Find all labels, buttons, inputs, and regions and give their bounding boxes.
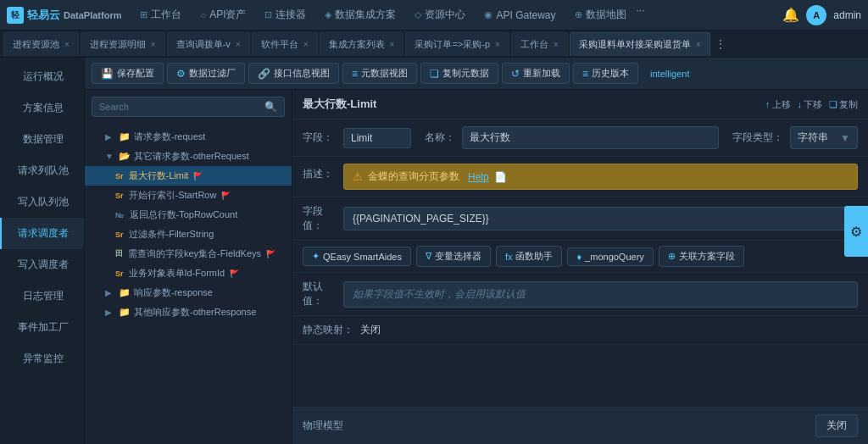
physical-close-button[interactable]: 关闭 xyxy=(815,414,858,437)
tab-close[interactable]: × xyxy=(151,40,156,49)
related-label: 关联方案字段 xyxy=(679,250,735,263)
field-value-input[interactable]: {{PAGINATION_PAGE_SIZE}} xyxy=(343,207,858,230)
tree-toggle: ▶ xyxy=(105,132,115,142)
copy-label: 复制元数据 xyxy=(442,67,489,80)
tree-label: 请求参数-request xyxy=(134,130,205,143)
copy-metadata-button[interactable]: ❏ 复制元数据 xyxy=(420,63,498,84)
folder-icon: 📁 xyxy=(119,131,131,142)
user-avatar[interactable]: A xyxy=(806,5,826,25)
nav-label-gateway: API Gateway xyxy=(496,9,555,21)
tree-toggle: ▶ xyxy=(105,308,115,317)
nav-items: ⊞ 工作台 ○ API资产 ⊡ 连接器 ◈ 数据集成方案 ◇ 资源中心 ◉ AP… xyxy=(131,4,779,25)
tab-close[interactable]: × xyxy=(696,40,701,49)
search-box[interactable]: 🔍 xyxy=(92,97,285,117)
move-up-label: 上移 xyxy=(772,98,791,111)
filter-icon: ⚙ xyxy=(176,68,186,80)
tab-label: 工作台 xyxy=(520,38,548,51)
field-value[interactable]: Limit xyxy=(343,128,411,148)
sidebar-item-event[interactable]: 事件加工厂 xyxy=(0,312,84,343)
tree-item-startrow[interactable]: Sr 开始行索引-StartRow 🚩 xyxy=(85,186,292,205)
nav-item-datamap[interactable]: ⊕ 数据地图 xyxy=(566,4,635,25)
sidebar-item-write-scheduler[interactable]: 写入调度者 xyxy=(0,249,84,280)
nav-item-workbench[interactable]: ⊞ 工作台 xyxy=(131,4,190,25)
logo-icon: 轻 xyxy=(7,7,24,24)
tree-content: ▶ 📁 请求参数-request ▼ 📂 其它请求参数-otherRequest xyxy=(85,124,292,444)
move-down-button[interactable]: ↓ 下移 xyxy=(798,98,823,111)
sidebar-item-write-queue[interactable]: 写入队列池 xyxy=(0,186,84,218)
detail-actions: ↑ 上移 ↓ 下移 ❏ 复制 xyxy=(765,98,858,111)
function-helper-button[interactable]: fx 函数助手 xyxy=(496,246,563,267)
tab-workbench[interactable]: 工作台 × xyxy=(511,32,568,56)
tree-item-other-request[interactable]: ▼ 📂 其它请求参数-otherRequest xyxy=(85,147,292,166)
tab-close[interactable]: × xyxy=(390,40,395,49)
move-up-button[interactable]: ↑ 上移 xyxy=(765,98,791,111)
dropdown-icon: ▼ xyxy=(840,132,850,144)
tab-main-active[interactable]: 采购退料单对接采购退货单 × xyxy=(570,32,710,56)
name-value[interactable]: 最大行数 xyxy=(462,126,719,149)
related-fields-button[interactable]: ⊕ 关联方案字段 xyxy=(659,246,744,267)
qeasy-smartaides-button[interactable]: ✦ QEasy SmartAides xyxy=(303,247,411,266)
sidebar-item-request-scheduler[interactable]: 请求调度者 xyxy=(0,218,84,249)
variable-label: 变量选择器 xyxy=(435,250,481,263)
tab-jincheng[interactable]: 进程资源池 × xyxy=(3,32,79,56)
nav-more[interactable]: ··· xyxy=(637,4,645,25)
notification-bell[interactable]: 🔔 xyxy=(782,7,799,23)
reload-button[interactable]: ↺ 重新加载 xyxy=(502,63,570,84)
nav-item-resources[interactable]: ◇ 资源中心 xyxy=(406,4,474,25)
settings-gear-button[interactable]: ⚙ xyxy=(844,206,868,257)
tree-item-limit[interactable]: Sr 最大行数-Limit 🚩 xyxy=(85,166,292,186)
tree-item-fieldkeys[interactable]: 田 需查询的字段key集合-FieldKeys 🚩 xyxy=(85,244,292,264)
mongo-icon: ♦ xyxy=(576,252,581,262)
integration-icon: ◈ xyxy=(325,9,331,20)
tab-jincheng-mingxi[interactable]: 进程资源明细 × xyxy=(81,32,165,56)
tree-item-other-response[interactable]: ▶ 📁 其他响应参数-otherResponse xyxy=(85,302,292,322)
sidebar-item-request-queue[interactable]: 请求列队池 xyxy=(0,155,84,186)
tab-integration-list[interactable]: 集成方案列表 × xyxy=(320,32,404,56)
sidebar-item-plan-info[interactable]: 方案信息 xyxy=(0,92,84,124)
copy-button[interactable]: ❏ 复制 xyxy=(829,98,858,111)
tree-item-response[interactable]: ▶ 📁 响应参数-response xyxy=(85,283,292,302)
logo[interactable]: 轻 轻易云 DataPlatform xyxy=(7,7,121,24)
type-select[interactable]: 字符串 ▼ xyxy=(790,126,858,149)
history-button[interactable]: ≡ 历史版本 xyxy=(573,63,638,84)
tools-row: ✦ QEasy SmartAides ∇ 变量选择器 fx 函数助手 ♦ _mo… xyxy=(292,241,868,273)
default-value-input[interactable]: 如果字段值不生效时，会启用该默认值 xyxy=(343,281,858,308)
tab-close[interactable]: × xyxy=(64,40,70,49)
tree-item-toprowcount[interactable]: N₀ 返回总行数-TopRowCount xyxy=(85,205,292,225)
nav-item-connector[interactable]: ⊡ 连接器 xyxy=(256,4,314,25)
sidebar-item-overview[interactable]: 运行概况 xyxy=(0,61,84,92)
sidebar-item-log[interactable]: 日志管理 xyxy=(0,280,84,312)
tab-query[interactable]: 查询调拨单-v × xyxy=(167,32,250,56)
smartaides-label: QEasy SmartAides xyxy=(323,252,402,262)
tab-purchase[interactable]: 采购订单=>采购-p × xyxy=(405,32,509,56)
reload-label: 重新加载 xyxy=(523,67,560,80)
type-select-value: 字符串 xyxy=(798,130,828,145)
sidebar-item-data-management[interactable]: 数据管理 xyxy=(0,124,84,155)
help-link[interactable]: Help xyxy=(468,171,489,183)
tab-more-button[interactable]: ⋮ xyxy=(712,38,729,50)
nav-item-api[interactable]: ○ API资产 xyxy=(192,4,254,25)
nav-item-gateway[interactable]: ◉ API Gateway xyxy=(476,4,564,25)
tree-item-formid[interactable]: Sr 业务对象表单Id-FormId 🚩 xyxy=(85,264,292,283)
interface-label: 接口信息视图 xyxy=(274,67,330,80)
mongoquery-button[interactable]: ♦ _mongoQuery xyxy=(567,247,653,266)
data-filter-button[interactable]: ⚙ 数据过滤厂 xyxy=(167,63,245,84)
intelligent-tab[interactable]: intelligent xyxy=(642,65,698,82)
variable-selector-button[interactable]: ∇ 变量选择器 xyxy=(416,246,491,267)
tree-item-filterstring[interactable]: Sr 过滤条件-FilterString xyxy=(85,225,292,244)
type-label: 字段类型： xyxy=(732,130,783,145)
save-config-button[interactable]: 💾 保存配置 xyxy=(92,63,164,84)
nav-label-resources: 资源中心 xyxy=(425,8,465,22)
tab-close[interactable]: × xyxy=(495,40,500,49)
search-input[interactable] xyxy=(99,102,264,112)
tab-close[interactable]: × xyxy=(303,40,309,49)
move-down-label: 下移 xyxy=(804,98,822,111)
tree-item-request[interactable]: ▶ 📁 请求参数-request xyxy=(85,127,292,147)
sidebar-item-monitor[interactable]: 异常监控 xyxy=(0,343,84,375)
nav-item-integration[interactable]: ◈ 数据集成方案 xyxy=(316,4,404,25)
tab-close[interactable]: × xyxy=(554,40,559,49)
tab-close[interactable]: × xyxy=(236,40,241,49)
interface-view-button[interactable]: 🔗 接口信息视图 xyxy=(248,63,339,84)
metadata-view-button[interactable]: ≡ 元数据视图 xyxy=(342,63,417,84)
tab-software[interactable]: 软件平台 × xyxy=(252,32,318,56)
